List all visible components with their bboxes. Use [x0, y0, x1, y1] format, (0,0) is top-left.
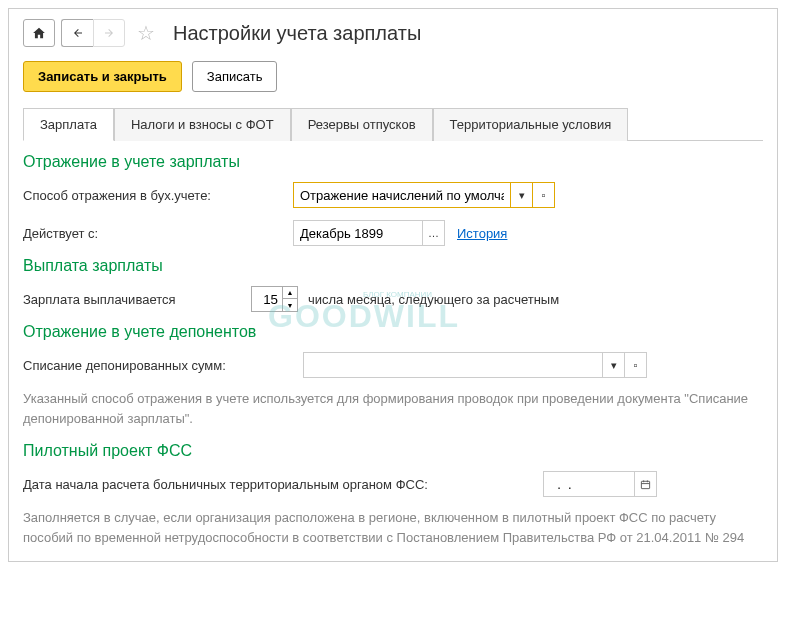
fss-calendar-icon[interactable]	[635, 471, 657, 497]
paid-suffix: числа месяца, следующего за расчетным	[308, 292, 559, 307]
method-dropdown-icon[interactable]: ▾	[511, 182, 533, 208]
home-button[interactable]	[23, 19, 55, 47]
back-button[interactable]	[61, 19, 93, 47]
tab-territorial[interactable]: Территориальные условия	[433, 108, 629, 141]
page-title: Настройки учета зарплаты	[173, 22, 421, 45]
method-input[interactable]	[293, 182, 511, 208]
favorite-star-icon[interactable]: ☆	[137, 21, 155, 45]
fss-date-input[interactable]	[543, 471, 635, 497]
forward-button[interactable]	[93, 19, 125, 47]
history-link[interactable]: История	[457, 226, 507, 241]
writeoff-dropdown-icon[interactable]: ▾	[603, 352, 625, 378]
writeoff-open-icon[interactable]: ▫	[625, 352, 647, 378]
save-button[interactable]: Записать	[192, 61, 278, 92]
tab-taxes[interactable]: Налоги и взносы с ФОТ	[114, 108, 291, 141]
section-deponents-title: Отражение в учете депонентов	[23, 323, 763, 341]
section-payout-title: Выплата зарплаты	[23, 257, 763, 275]
section-fss-title: Пилотный проект ФСС	[23, 442, 763, 460]
writeoff-input[interactable]	[303, 352, 603, 378]
method-label: Способ отражения в бух.учете:	[23, 188, 293, 203]
paid-label: Зарплата выплачивается	[23, 292, 251, 307]
svg-rect-0	[641, 481, 649, 488]
day-up-icon[interactable]: ▲	[283, 287, 297, 299]
effective-label: Действует с:	[23, 226, 293, 241]
fss-date-label: Дата начала расчета больничных территори…	[23, 477, 543, 492]
day-input[interactable]	[251, 286, 283, 312]
effective-input[interactable]	[293, 220, 423, 246]
deponents-hint: Указанный способ отражения в учете испол…	[23, 389, 763, 428]
save-close-button[interactable]: Записать и закрыть	[23, 61, 182, 92]
writeoff-label: Списание депонированных сумм:	[23, 358, 303, 373]
tab-reserves[interactable]: Резервы отпусков	[291, 108, 433, 141]
section-accounting-title: Отражение в учете зарплаты	[23, 153, 763, 171]
effective-select-icon[interactable]: …	[423, 220, 445, 246]
day-down-icon[interactable]: ▼	[283, 299, 297, 311]
method-open-icon[interactable]: ▫	[533, 182, 555, 208]
tab-salary[interactable]: Зарплата	[23, 108, 114, 141]
fss-hint: Заполняется в случае, если организация р…	[23, 508, 763, 547]
